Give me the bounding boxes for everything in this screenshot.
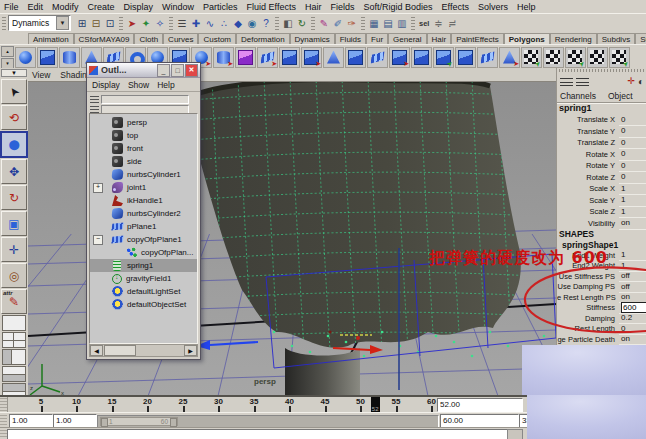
manipulator-axis-icon[interactable]: ✛ bbox=[627, 76, 635, 86]
menu-set-selector[interactable]: Dynamics ▼ bbox=[8, 15, 71, 31]
four-pane-layout-button[interactable] bbox=[2, 332, 26, 348]
shelf-cut-faces[interactable] bbox=[389, 47, 410, 68]
menu-effects[interactable]: Effects bbox=[442, 2, 469, 12]
select-by-component-icon[interactable]: ✧ bbox=[153, 16, 167, 30]
scroll-left-icon[interactable]: ◀ bbox=[90, 345, 103, 356]
universal-manipulator-tool[interactable]: ✛ bbox=[1, 237, 27, 262]
single-pane-layout-button[interactable] bbox=[2, 315, 26, 331]
shelf-subdiv-cube[interactable] bbox=[235, 47, 256, 68]
channel-box-grip[interactable] bbox=[559, 69, 645, 72]
shelf-tab-csformaya09[interactable]: CSforMAYA09 bbox=[74, 33, 135, 44]
shelf-tab-painteffects[interactable]: PaintEffects bbox=[451, 33, 504, 44]
menu-file[interactable]: File bbox=[4, 2, 19, 12]
shelf-tab-custom[interactable]: Custom bbox=[198, 33, 236, 44]
soft-modification-tool[interactable]: ◎ bbox=[1, 263, 27, 288]
expand-icon[interactable]: + bbox=[93, 183, 103, 193]
shelf-tab-general[interactable]: General bbox=[388, 33, 426, 44]
shelf-tab-dynamics[interactable]: Dynamics bbox=[290, 33, 335, 44]
outliner-item-side[interactable]: side bbox=[90, 155, 197, 168]
shelf-render-checker-2[interactable] bbox=[543, 47, 564, 68]
command-line-input[interactable] bbox=[7, 429, 509, 439]
snap-to-view-planes-icon[interactable]: ◆ bbox=[231, 16, 245, 30]
snap-to-curves-icon[interactable]: ∿ bbox=[203, 16, 217, 30]
outliner-item-persp[interactable]: persp bbox=[90, 116, 197, 129]
outliner-menu-show[interactable]: Show bbox=[128, 80, 149, 90]
select-tool[interactable]: ➤ bbox=[1, 79, 27, 104]
rotate-tool[interactable]: ↻ bbox=[1, 185, 27, 210]
quick-select-icon[interactable]: ≓ bbox=[445, 16, 459, 30]
shelf-combine[interactable] bbox=[345, 47, 366, 68]
scroll-track[interactable] bbox=[136, 345, 184, 356]
outliner-menu-display[interactable]: Display bbox=[92, 80, 120, 90]
current-time-field[interactable]: 52.00 bbox=[437, 398, 523, 412]
shelf-tab-rendering[interactable]: Rendering bbox=[550, 33, 597, 44]
channel-value[interactable]: on bbox=[619, 217, 646, 230]
shelf-tab-fur[interactable]: Fur bbox=[366, 33, 388, 44]
selection-mask-combo-icon[interactable]: ☰ bbox=[175, 16, 189, 30]
range-start-handle[interactable] bbox=[101, 418, 108, 427]
outliner-item-joint1[interactable]: +joint1 bbox=[90, 181, 197, 194]
panel-menu-view[interactable]: View bbox=[32, 70, 50, 80]
select-by-hierarchy-icon[interactable]: ➤ bbox=[125, 16, 139, 30]
shelf-tab-cycle-down[interactable]: ▾ bbox=[1, 58, 14, 69]
range-end-handle[interactable] bbox=[170, 418, 177, 427]
scrollbar-thumb[interactable] bbox=[104, 345, 136, 356]
current-frame-marker[interactable]: 52 bbox=[371, 397, 380, 412]
menu-solvers[interactable]: Solvers bbox=[478, 2, 508, 12]
shelf-tab-surfaces[interactable]: Surfaces bbox=[635, 33, 646, 44]
attr-paint-tool[interactable]: attr✎ bbox=[1, 289, 27, 314]
save-scene-icon[interactable]: ⊡ bbox=[103, 16, 117, 30]
shelf-duplicate-face[interactable] bbox=[433, 47, 454, 68]
outliner-item-defaultlightset[interactable]: defaultLightSet bbox=[90, 285, 197, 298]
snap-to-grids-icon[interactable]: ✚ bbox=[189, 16, 203, 30]
menu-modify[interactable]: Modify bbox=[52, 2, 79, 12]
shelf-bevel[interactable] bbox=[257, 47, 278, 68]
shelf-tab-animation[interactable]: Animation bbox=[28, 33, 74, 44]
shelf-render-checker-4[interactable] bbox=[587, 47, 608, 68]
outliner-list[interactable]: persptopfrontsidenurbsCylinder1+joint1ik… bbox=[89, 113, 198, 344]
playback-range-bar[interactable]: 1 60 bbox=[100, 417, 178, 426]
outliner-item-pplane1[interactable]: pPlane1 bbox=[90, 220, 197, 233]
outliner-horizontal-scrollbar[interactable]: ◀ ▶ bbox=[89, 344, 198, 357]
numeric-input-icon[interactable]: ≑ bbox=[431, 16, 445, 30]
menu-fields[interactable]: Fields bbox=[330, 2, 354, 12]
shelf-merge[interactable] bbox=[301, 47, 322, 68]
outliner-item-copyofpplan[interactable]: copyOfpPlan... bbox=[90, 246, 197, 259]
outliner-item-front[interactable]: front bbox=[90, 142, 197, 155]
make-live-icon[interactable]: ◉ bbox=[245, 16, 259, 30]
menu-create[interactable]: Create bbox=[88, 2, 115, 12]
two-pane-stacked-layout-button[interactable] bbox=[2, 366, 26, 382]
outliner-item-nurbscylinder1[interactable]: nurbsCylinder1 bbox=[90, 168, 197, 181]
shelf-split-polygon[interactable] bbox=[279, 47, 300, 68]
menu-help[interactable]: Help bbox=[517, 2, 536, 12]
shelf-tab-hair[interactable]: Hair bbox=[427, 33, 452, 44]
outliner-menu-help[interactable]: Help bbox=[157, 80, 174, 90]
construction-history-lock-icon[interactable]: ◧ bbox=[281, 16, 295, 30]
channel-layout-icon[interactable] bbox=[560, 76, 573, 86]
outliner-item-gravityfield1[interactable]: gravityField1 bbox=[90, 272, 197, 285]
shelf-mirror-geometry[interactable] bbox=[411, 47, 432, 68]
menu-soft-rigid-bodies[interactable]: Soft/Rigid Bodies bbox=[364, 2, 433, 12]
shelf-sculpt-tool[interactable] bbox=[499, 47, 520, 68]
menu-edit[interactable]: Edit bbox=[28, 2, 44, 12]
outliner-item-top[interactable]: top bbox=[90, 129, 197, 142]
outliner-item-defaultobjectset[interactable]: defaultObjectSet bbox=[90, 298, 197, 311]
outliner-item-ikhandle1[interactable]: ikHandle1 bbox=[90, 194, 197, 207]
shelf-extract[interactable] bbox=[455, 47, 476, 68]
snap-to-points-icon[interactable]: ∴ bbox=[217, 16, 231, 30]
new-scene-icon[interactable]: ⊞ bbox=[75, 16, 89, 30]
shelf-poly-cylinder[interactable] bbox=[59, 47, 80, 68]
chevron-down-icon[interactable]: ▼ bbox=[56, 16, 69, 30]
shelf-tab-polygons[interactable]: Polygons bbox=[504, 33, 550, 44]
close-button[interactable]: ✕ bbox=[185, 64, 198, 77]
shelf-tab-curves[interactable]: Curves bbox=[163, 33, 198, 44]
move-tool[interactable]: ✥ bbox=[1, 159, 27, 184]
outliner-title-bar[interactable]: Outl... _□✕ bbox=[87, 63, 200, 78]
scroll-right-icon[interactable]: ▶ bbox=[184, 345, 197, 356]
channel-box-menu-object[interactable]: Object bbox=[608, 91, 633, 101]
render-current-frame-icon[interactable]: ▤ bbox=[381, 16, 395, 30]
shelf-planar-map[interactable] bbox=[367, 47, 388, 68]
range-slider-spinner[interactable] bbox=[0, 413, 7, 428]
shelf-poly-pyramid[interactable] bbox=[323, 47, 344, 68]
construction-history-icon[interactable]: ↻ bbox=[295, 16, 309, 30]
